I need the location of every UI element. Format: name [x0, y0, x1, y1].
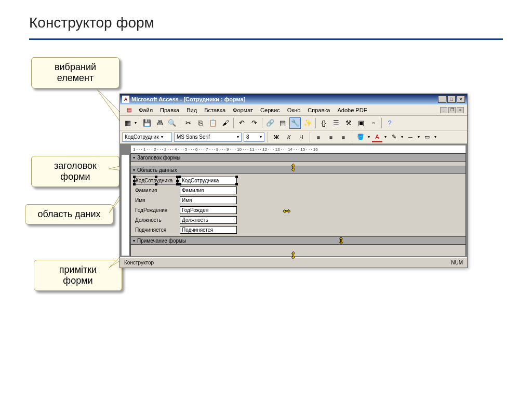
toolbox-icon[interactable]: 🔧 — [289, 117, 301, 129]
label-dolzhnost[interactable]: Должность — [134, 217, 178, 223]
toolbar-standard: ▦▾ 💾 🖶 🔍 ✂ ⎘ 📋 🖌 ↶ ↷ 🔗 ▤ 🔧 ✨ {} ☰ ⚒ ▣ ▫ … — [120, 116, 467, 130]
build-icon[interactable]: ⚒ — [343, 117, 354, 129]
label-kodsotrudnika[interactable]: КодСотрудника — [134, 177, 178, 184]
section-form-footer-body[interactable] — [130, 245, 466, 256]
menu-view[interactable]: Вид — [183, 106, 200, 114]
control-kodsotrudnika[interactable]: КодСотрудника — [180, 177, 237, 184]
status-mode: Конструктор — [124, 260, 154, 265]
menu-adobe[interactable]: Adobe PDF — [334, 106, 370, 114]
effect-icon[interactable]: ▭ — [422, 132, 432, 142]
slide-title: Конструктор форм — [0, 0, 532, 35]
control-dolzhnost[interactable]: Должность — [180, 216, 237, 224]
label-godrozhdeniya[interactable]: ГодРождения — [134, 207, 178, 214]
doc-close[interactable]: × — [457, 107, 464, 113]
access-window: A Microsoft Access - [Сотрудники : форма… — [119, 94, 468, 268]
status-num: NUM — [451, 260, 463, 265]
align-center-icon[interactable]: ≡ — [326, 132, 336, 142]
menu-file[interactable]: Файл — [136, 106, 156, 114]
align-right-icon[interactable]: ≡ — [338, 132, 349, 142]
label-imya[interactable]: Имя — [134, 197, 178, 204]
maximize-button[interactable]: □ — [447, 96, 456, 103]
line-color-icon[interactable]: ✎ — [389, 132, 399, 142]
section-detail[interactable]: Область данных — [130, 166, 466, 174]
save-icon[interactable]: 💾 — [141, 117, 153, 129]
underline-button[interactable]: Ч — [296, 132, 307, 142]
bold-button[interactable]: Ж — [271, 132, 282, 142]
font-color-icon[interactable]: A — [372, 132, 382, 142]
close-button[interactable]: × — [457, 96, 465, 103]
ruler-horizontal: 1 · · · 1 · · · 2 · · · 3 · · · 4 · · · … — [130, 145, 466, 153]
preview-icon[interactable]: 🔍 — [166, 117, 178, 129]
size-combo[interactable]: 8▾ — [244, 132, 264, 142]
label-podchinyaetsya[interactable]: Подчиняется — [134, 227, 178, 233]
callout-selected-element: вибраний елемент — [31, 57, 119, 88]
section-form-footer[interactable]: Примечание формы — [130, 236, 466, 245]
menubar: ▤ Файл Правка Вид Вставка Формат Сервис … — [120, 104, 467, 116]
italic-button[interactable]: К — [284, 132, 294, 142]
db-window-icon[interactable]: ▣ — [355, 117, 367, 129]
print-icon[interactable]: 🖶 — [154, 117, 165, 129]
control-imya[interactable]: Имя — [180, 196, 237, 204]
toolbar-format: КодСотрудник▾ MS Sans Serif▾ 8▾ Ж К Ч ≡ … — [120, 130, 467, 144]
section-form-header[interactable]: Заголовок формы — [130, 153, 466, 162]
title-rule — [29, 38, 503, 40]
paste-icon[interactable]: 📋 — [207, 117, 219, 129]
menu-help[interactable]: Справка — [304, 106, 333, 114]
autoformat-icon[interactable]: ✨ — [302, 117, 313, 129]
font-combo[interactable]: MS Sans Serif▾ — [174, 132, 242, 142]
view-icon[interactable]: ▦ — [122, 117, 134, 129]
menu-insert[interactable]: Вставка — [201, 106, 229, 114]
code-icon[interactable]: {} — [318, 117, 329, 129]
section-detail-body[interactable]: КодСотрудника КодСотрудника ФамилияФамил… — [130, 174, 466, 236]
field-list-icon[interactable]: ▤ — [277, 117, 288, 129]
menu-window[interactable]: Окно — [284, 106, 304, 114]
control-icon[interactable]: ▤ — [123, 104, 135, 116]
cut-icon[interactable]: ✂ — [182, 117, 194, 129]
doc-minimize[interactable]: _ — [440, 107, 447, 113]
undo-icon[interactable]: ↶ — [236, 117, 247, 129]
properties-icon[interactable]: ☰ — [330, 117, 342, 129]
copy-icon[interactable]: ⎘ — [195, 117, 206, 129]
menu-edit[interactable]: Правка — [157, 106, 182, 114]
format-painter-icon[interactable]: 🖌 — [220, 117, 231, 129]
control-familiya[interactable]: Фамилия — [180, 187, 237, 194]
object-combo[interactable]: КодСотрудник▾ — [122, 132, 172, 142]
callout-form-header: заголовок форми — [31, 156, 119, 187]
titlebar[interactable]: A Microsoft Access - [Сотрудники : форма… — [120, 94, 467, 104]
minimize-button[interactable]: _ — [438, 96, 446, 103]
line-width-icon[interactable]: ─ — [405, 132, 416, 142]
control-godrozhdeniya[interactable]: ГодРожден — [180, 206, 237, 214]
callout-data-area: область даних — [25, 204, 113, 224]
fill-color-icon[interactable]: 🪣 — [355, 132, 366, 142]
section-form-header-body[interactable] — [130, 162, 466, 166]
help-icon[interactable]: ? — [384, 117, 395, 129]
app-icon: A — [122, 96, 129, 103]
control-podchinyaetsya[interactable]: Подчиняется — [180, 226, 237, 234]
menu-format[interactable]: Формат — [230, 106, 256, 114]
align-left-icon[interactable]: ≡ — [313, 132, 324, 142]
callout-form-notes: примітки форми — [34, 260, 122, 291]
doc-restore[interactable]: ❐ — [448, 107, 456, 113]
new-object-icon[interactable]: ▫ — [368, 117, 379, 129]
redo-icon[interactable]: ↷ — [248, 117, 260, 129]
menu-service[interactable]: Сервис — [257, 106, 283, 114]
hyperlink-icon[interactable]: 🔗 — [264, 117, 276, 129]
window-title: Microsoft Access - [Сотрудники : форма] — [131, 96, 438, 102]
design-surface: 1 · · · 1 · · · 2 · · · 3 · · · 4 · · · … — [120, 144, 467, 257]
label-familiya[interactable]: Фамилия — [134, 187, 178, 194]
statusbar: Конструктор NUM — [120, 257, 467, 268]
ruler-vertical — [121, 154, 129, 256]
